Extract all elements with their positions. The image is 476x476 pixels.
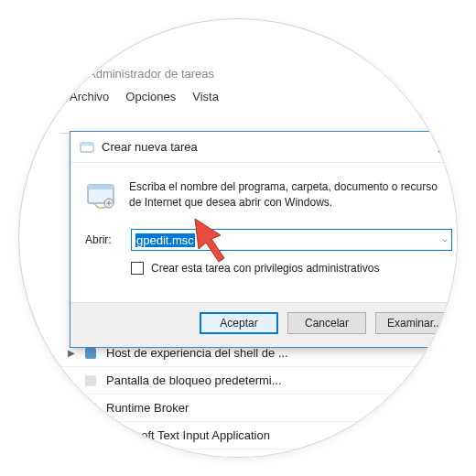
process-name: Microsoft Text Input Application xyxy=(106,428,458,442)
button-row: Aceptar Cancelar Examinar... xyxy=(70,302,458,347)
taskmgr-icon xyxy=(68,66,82,81)
cancel-button[interactable]: Cancelar xyxy=(287,312,366,334)
window-title: Administrador de tareas xyxy=(88,67,214,81)
dialog-title: Crear nueva tarea xyxy=(102,140,198,154)
chevron-down-icon[interactable]: ⌵ xyxy=(442,233,448,243)
close-button[interactable] xyxy=(425,135,458,160)
admin-label: Crear esta tarea con privilegios adminis… xyxy=(151,262,379,275)
dialog-message: Escriba el nombre del programa, carpeta,… xyxy=(129,179,452,212)
svg-rect-3 xyxy=(85,403,96,414)
svg-rect-9 xyxy=(88,185,114,189)
run-dialog: Crear nueva tarea Escriba el nombre del … xyxy=(70,131,458,348)
menu-file[interactable]: Archivo xyxy=(70,90,109,103)
open-label: Abrir: xyxy=(85,233,122,246)
run-icon xyxy=(80,140,94,155)
svg-rect-1 xyxy=(85,348,96,359)
input-selected-text: gpedit.msc xyxy=(135,233,195,247)
svg-rect-5 xyxy=(85,458,96,459)
dialog-title-bar: Crear nueva tarea xyxy=(70,132,458,163)
app-icon xyxy=(82,373,99,389)
svg-rect-4 xyxy=(85,430,96,441)
tab-strip: S xyxy=(60,109,458,133)
col-memory[interactable]: Me xyxy=(454,139,458,152)
list-item[interactable]: Runtime Broker 0% xyxy=(60,395,458,422)
chevron-right-icon: ▶ xyxy=(68,348,79,358)
open-row: Abrir: gpedit.msc ⌵ xyxy=(85,229,452,251)
program-icon xyxy=(85,179,118,212)
process-name: Runtime Broker xyxy=(106,401,458,415)
checkbox[interactable] xyxy=(131,262,144,275)
menu-options[interactable]: Opciones xyxy=(125,90,176,103)
admin-checkbox-row[interactable]: Crear esta tarea con privilegios adminis… xyxy=(131,262,452,275)
process-list: ▶ Host de experiencia del shell de ... 0… xyxy=(60,340,458,458)
close-icon xyxy=(438,142,449,153)
ok-button[interactable]: Aceptar xyxy=(200,312,278,334)
list-item[interactable]: Microsoft Text Input Application 🍂 xyxy=(60,422,458,449)
app-icon xyxy=(82,427,99,444)
process-name: Pantalla de bloqueo predetermi... xyxy=(106,373,458,387)
menu-bar: Archivo Opciones Vista xyxy=(60,86,458,109)
app-icon xyxy=(82,455,99,459)
process-name: ora xyxy=(106,456,458,458)
menu-view[interactable]: Vista xyxy=(192,90,219,103)
dialog-body: Escriba el nombre del programa, carpeta,… xyxy=(70,163,458,302)
process-name: Host de experiencia del shell de ... xyxy=(106,346,458,360)
browse-button[interactable]: Examinar... xyxy=(375,312,454,334)
svg-rect-7 xyxy=(81,143,93,146)
svg-rect-2 xyxy=(85,375,96,386)
message-row: Escriba el nombre del programa, carpeta,… xyxy=(85,179,452,212)
window-title-bar: Administrador de tareas xyxy=(60,60,458,86)
open-input[interactable]: gpedit.msc ⌵ xyxy=(131,229,452,251)
list-item[interactable]: Pantalla de bloqueo predetermi... 🍂 xyxy=(60,367,458,395)
app-icon xyxy=(82,400,99,416)
svg-rect-0 xyxy=(69,68,81,78)
list-item[interactable]: ora xyxy=(60,449,458,458)
